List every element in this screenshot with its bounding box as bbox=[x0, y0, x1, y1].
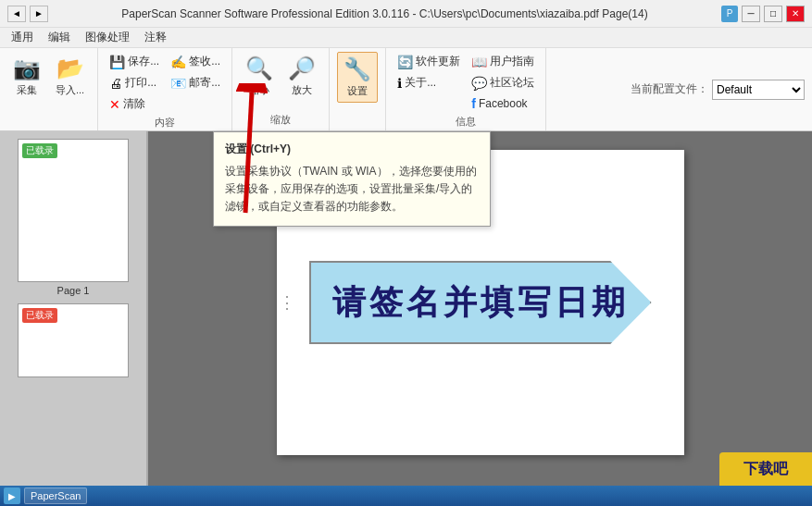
ribbon-group-scan-inner: 📷 采集 📂 导入... bbox=[7, 52, 90, 127]
sign-label: 签收... bbox=[189, 54, 220, 69]
import-label: 导入... bbox=[56, 83, 84, 97]
tooltip-body: 设置采集协议（TWAIN 或 WIA），选择您要使用的采集设备，应用保存的选项，… bbox=[225, 163, 479, 216]
info-col2: 📖 用户指南 💬 社区论坛 f Facebook bbox=[468, 52, 538, 113]
scan-button[interactable]: 📷 采集 bbox=[7, 52, 46, 101]
scan-icon: 📷 bbox=[13, 56, 41, 81]
ribbon-group-info: 🔄 软件更新 ℹ 关于... 📖 用户指南 💬 社区论坛 f bbox=[386, 48, 546, 130]
app-icon: P bbox=[721, 6, 738, 22]
tooltip-title: 设置 (Ctrl+Y) bbox=[225, 142, 479, 157]
config-label: 当前配置文件： bbox=[631, 81, 708, 97]
ribbon-group-settings: 🔧 设置 bbox=[330, 48, 386, 130]
facebook-icon: f bbox=[471, 96, 476, 111]
print-label: 打印... bbox=[125, 75, 156, 91]
about-icon: ℹ bbox=[397, 76, 402, 91]
content-group-label: 内容 bbox=[155, 114, 175, 130]
send-label: 邮寄... bbox=[189, 75, 220, 91]
sign-arrow: 请签名并填写日期 bbox=[309, 261, 652, 344]
send-icon: 📧 bbox=[170, 76, 186, 91]
content-col1: 💾 保存... 🖨 打印... ✕ 清除 bbox=[106, 52, 163, 114]
taskbar-start[interactable]: ▶ bbox=[4, 487, 20, 504]
ribbon-group-content-inner: 💾 保存... 🖨 打印... ✕ 清除 ✍ 签收... 📧 bbox=[106, 52, 224, 114]
menu-annotation[interactable]: 注释 bbox=[137, 28, 174, 47]
clear-icon: ✕ bbox=[109, 97, 120, 112]
info-group-label: 信息 bbox=[456, 113, 476, 129]
close-btn[interactable]: ✕ bbox=[786, 6, 805, 22]
zoomin-button[interactable]: 🔎 放大 bbox=[282, 52, 321, 101]
window-controls: P ─ □ ✕ bbox=[721, 6, 805, 22]
watermark-text: 下载吧 bbox=[743, 460, 788, 479]
thumbnail-item-1: 已载录 Page 1 bbox=[18, 139, 129, 296]
print-icon: 🖨 bbox=[109, 76, 122, 91]
thumbnail-panel: 已载录 Page 1 已载录 bbox=[0, 131, 148, 486]
forum-label: 社区论坛 bbox=[490, 75, 534, 91]
clear-button[interactable]: ✕ 清除 bbox=[106, 94, 163, 114]
update-label: 软件更新 bbox=[416, 54, 460, 69]
update-button[interactable]: 🔄 软件更新 bbox=[394, 52, 464, 71]
menu-image[interactable]: 图像处理 bbox=[78, 28, 137, 47]
config-section: 当前配置文件： Default bbox=[631, 80, 805, 100]
window-title: PaperScan Scanner Software Professional … bbox=[48, 7, 721, 20]
import-icon: 📂 bbox=[56, 56, 84, 81]
sign-button[interactable]: ✍ 签收... bbox=[167, 52, 224, 71]
taskbar-app-item[interactable]: PaperScan bbox=[24, 487, 87, 504]
thumbnail-page-1[interactable]: 已载录 bbox=[18, 139, 129, 282]
manual-button[interactable]: 📖 用户指南 bbox=[468, 52, 538, 71]
thumb-label-1: Page 1 bbox=[57, 285, 90, 296]
thumbnail-page-2[interactable]: 已载录 bbox=[18, 303, 129, 377]
nav-back-btn[interactable]: ◄ bbox=[7, 6, 26, 22]
watermark: 下载吧 bbox=[719, 452, 812, 486]
thumb-badge-2: 已载录 bbox=[22, 308, 57, 323]
forum-button[interactable]: 💬 社区论坛 bbox=[468, 73, 538, 93]
menu-tongyong[interactable]: 通用 bbox=[4, 28, 41, 47]
update-icon: 🔄 bbox=[397, 55, 413, 69]
drag-handle: ⋮ bbox=[279, 298, 295, 308]
nav-forward-btn[interactable]: ► bbox=[30, 6, 48, 22]
taskbar: ▶ PaperScan bbox=[0, 486, 812, 506]
ribbon: 📷 采集 📂 导入... 💾 保存... 🖨 打印... bbox=[0, 48, 812, 131]
import-button[interactable]: 📂 导入... bbox=[50, 52, 90, 101]
ribbon-group-zoom: 🔍 缩小 🔎 放大 缩放 bbox=[232, 48, 330, 130]
zoomout-icon: 🔍 bbox=[245, 56, 273, 81]
about-button[interactable]: ℹ 关于... bbox=[394, 73, 464, 93]
clear-label: 清除 bbox=[123, 96, 145, 112]
zoomin-icon: 🔎 bbox=[288, 56, 316, 81]
settings-button[interactable]: 🔧 设置 bbox=[337, 52, 378, 103]
titlebar: ◄ ► PaperScan Scanner Software Professio… bbox=[0, 0, 812, 28]
content-col2: ✍ 签收... 📧 邮寄... bbox=[167, 52, 224, 93]
facebook-button[interactable]: f Facebook bbox=[468, 94, 538, 113]
ribbon-group-content: 💾 保存... 🖨 打印... ✕ 清除 ✍ 签收... 📧 bbox=[98, 48, 232, 130]
ribbon-group-info-inner: 🔄 软件更新 ℹ 关于... 📖 用户指南 💬 社区论坛 f bbox=[394, 52, 538, 113]
save-button[interactable]: 💾 保存... bbox=[106, 52, 163, 71]
thumbnail-item-2: 已载录 bbox=[18, 303, 129, 377]
zoomin-label: 放大 bbox=[292, 83, 312, 97]
sign-icon: ✍ bbox=[170, 55, 186, 69]
settings-label: 设置 bbox=[347, 84, 368, 98]
info-col1: 🔄 软件更新 ℹ 关于... bbox=[394, 52, 464, 93]
settings-icon: 🔧 bbox=[344, 56, 371, 82]
titlebar-nav[interactable]: ◄ ► bbox=[7, 6, 48, 22]
tooltip-box: 设置 (Ctrl+Y) 设置采集协议（TWAIN 或 WIA），选择您要使用的采… bbox=[213, 131, 491, 227]
save-icon: 💾 bbox=[109, 55, 125, 69]
manual-label: 用户指南 bbox=[490, 54, 534, 69]
forum-icon: 💬 bbox=[471, 76, 487, 91]
send-button[interactable]: 📧 邮寄... bbox=[167, 73, 224, 93]
ribbon-group-zoom-inner: 🔍 缩小 🔎 放大 bbox=[240, 52, 321, 111]
manual-icon: 📖 bbox=[471, 55, 487, 69]
config-select[interactable]: Default bbox=[712, 80, 805, 100]
ribbon-group-settings-inner: 🔧 设置 bbox=[337, 52, 378, 127]
minimize-btn[interactable]: ─ bbox=[742, 6, 760, 22]
ribbon-group-scan: 📷 采集 📂 导入... bbox=[0, 48, 98, 130]
facebook-label: Facebook bbox=[479, 97, 528, 110]
menu-edit[interactable]: 编辑 bbox=[41, 28, 78, 47]
print-button[interactable]: 🖨 打印... bbox=[106, 73, 163, 93]
sign-text: 请签名并填写日期 bbox=[332, 280, 629, 326]
save-label: 保存... bbox=[128, 54, 159, 69]
zoomout-label: 缩小 bbox=[249, 83, 269, 97]
zoom-group-label: 缩放 bbox=[270, 111, 291, 127]
thumb-badge-1: 已载录 bbox=[22, 143, 57, 158]
menubar: 通用 编辑 图像处理 注释 bbox=[0, 28, 812, 48]
about-label: 关于... bbox=[405, 75, 436, 91]
restore-btn[interactable]: □ bbox=[764, 6, 782, 22]
zoomout-button[interactable]: 🔍 缩小 bbox=[240, 52, 279, 101]
scan-label: 采集 bbox=[17, 83, 37, 97]
